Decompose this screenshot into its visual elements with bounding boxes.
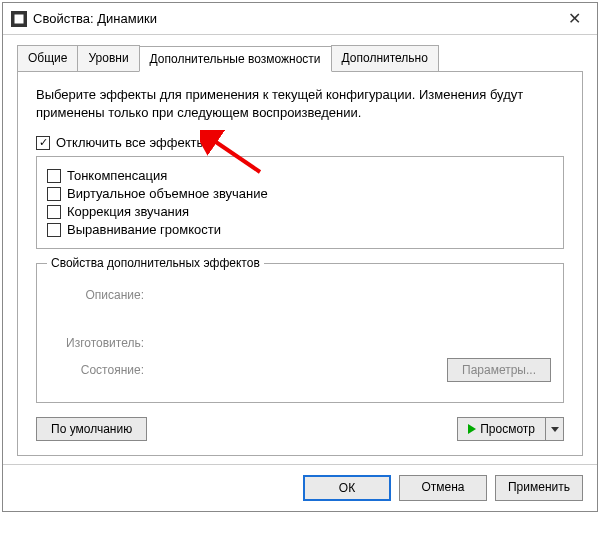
cancel-button[interactable]: Отмена (399, 475, 487, 501)
tab-general[interactable]: Общие (17, 45, 78, 71)
ok-button[interactable]: ОК (303, 475, 391, 501)
tab-panel-enhancements: Выберите эффекты для применения к текуще… (17, 72, 583, 456)
window-title: Свойства: Динамики (33, 11, 559, 26)
content-area: Общие Уровни Дополнительные возможности … (3, 35, 597, 464)
dialog-button-row: ОК Отмена Применить (3, 464, 597, 511)
close-icon[interactable]: ✕ (559, 9, 589, 28)
panel-bottom-row: По умолчанию Просмотр (36, 417, 564, 441)
instruction-text: Выберите эффекты для применения к текуще… (36, 86, 564, 121)
preview-dropdown-button[interactable] (546, 417, 564, 441)
tab-strip: Общие Уровни Дополнительные возможности … (17, 45, 583, 72)
disable-all-row: Отключить все эффекты (36, 135, 564, 150)
tab-levels[interactable]: Уровни (77, 45, 139, 71)
preview-button[interactable]: Просмотр (457, 417, 546, 441)
prop-value (152, 336, 551, 350)
effect-properties-group: Свойства дополнительных эффектов Описани… (36, 263, 564, 403)
prop-vendor: Изготовитель: (49, 336, 551, 350)
list-item: Виртуальное объемное звучание (47, 186, 553, 201)
effect-checkbox[interactable] (47, 223, 61, 237)
effect-label: Виртуальное объемное звучание (67, 186, 268, 201)
effect-label: Выравнивание громкости (67, 222, 221, 237)
parameters-button[interactable]: Параметры... (447, 358, 551, 382)
titlebar: Свойства: Динамики ✕ (3, 3, 597, 35)
effect-label: Тонкомпенсация (67, 168, 167, 183)
effects-list: Тонкомпенсация Виртуальное объемное звуч… (36, 156, 564, 249)
effect-label: Коррекция звучания (67, 204, 189, 219)
disable-all-label: Отключить все эффекты (56, 135, 206, 150)
prop-label: Состояние: (49, 363, 144, 377)
apply-button[interactable]: Применить (495, 475, 583, 501)
prop-description: Описание: (49, 288, 551, 302)
effect-checkbox[interactable] (47, 187, 61, 201)
list-item: Коррекция звучания (47, 204, 553, 219)
list-item: Выравнивание громкости (47, 222, 553, 237)
prop-label: Описание: (49, 288, 144, 302)
tab-advanced[interactable]: Дополнительно (331, 45, 439, 71)
prop-value (152, 288, 551, 302)
play-icon (468, 424, 476, 434)
group-legend: Свойства дополнительных эффектов (47, 256, 264, 270)
app-icon (11, 11, 27, 27)
prop-label: Изготовитель: (49, 336, 144, 350)
tab-enhancements[interactable]: Дополнительные возможности (139, 46, 332, 72)
prop-status: Состояние: Параметры... (49, 358, 551, 382)
preview-label: Просмотр (480, 422, 535, 436)
chevron-down-icon (551, 427, 559, 432)
effect-checkbox[interactable] (47, 205, 61, 219)
list-item: Тонкомпенсация (47, 168, 553, 183)
properties-dialog: Свойства: Динамики ✕ Общие Уровни Дополн… (2, 2, 598, 512)
defaults-button[interactable]: По умолчанию (36, 417, 147, 441)
preview-split-button: Просмотр (457, 417, 564, 441)
effect-checkbox[interactable] (47, 169, 61, 183)
disable-all-checkbox[interactable] (36, 136, 50, 150)
svg-rect-0 (15, 15, 23, 23)
